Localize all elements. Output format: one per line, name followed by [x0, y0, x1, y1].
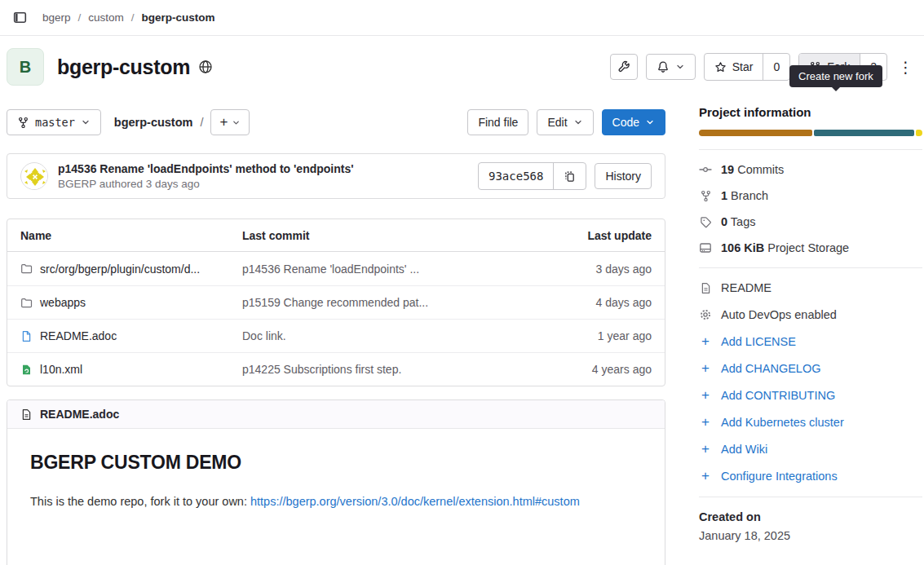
- sidebar-item-auto-devops[interactable]: Auto DevOps enabled: [699, 308, 922, 321]
- row-commit-link[interactable]: p14225 Subscriptions first step.: [242, 363, 546, 376]
- notifications-button[interactable]: [646, 54, 696, 80]
- chevron-down-icon: [81, 117, 91, 127]
- file-link[interactable]: l10n.xml: [20, 363, 242, 376]
- sidebar-item-readme[interactable]: README: [699, 281, 922, 294]
- code-button[interactable]: Code: [602, 109, 665, 135]
- bell-icon: [657, 60, 670, 73]
- created-on-value: January 18, 2025: [699, 529, 922, 542]
- column-header-last-update: Last update: [546, 229, 652, 242]
- language-segment: [814, 130, 914, 136]
- row-last-update: 4 years ago: [546, 363, 652, 376]
- language-segment: [699, 130, 812, 136]
- plus-icon: +: [699, 417, 712, 428]
- project-avatar: B: [7, 48, 44, 86]
- add-file-button[interactable]: +: [210, 109, 250, 135]
- wrench-icon: [617, 60, 630, 73]
- sidebar-link-add-changelog[interactable]: + Add CHANGELOG: [699, 362, 922, 375]
- table-row[interactable]: README.adoc Doc link. 1 year ago: [7, 319, 665, 352]
- commits-stat[interactable]: 19 Commits: [699, 163, 922, 176]
- commit-author-avatar[interactable]: [20, 162, 48, 190]
- folder-icon: [20, 297, 33, 309]
- more-actions-button[interactable]: ⋮: [895, 60, 916, 75]
- language-segment: [916, 130, 922, 136]
- branch-icon: [17, 117, 29, 129]
- row-commit-link[interactable]: p14536 Rename 'loadEndpoints' ...: [242, 263, 546, 276]
- file-link[interactable]: src/org/bgerp/plugin/custom/d...: [20, 263, 242, 276]
- star-label: Star: [732, 60, 754, 73]
- folder-icon: [20, 263, 33, 275]
- sidebar-toggle-button[interactable]: [8, 7, 31, 29]
- row-last-update: 3 days ago: [546, 263, 652, 276]
- plus-icon: +: [219, 117, 228, 128]
- readme-body: BGERP CUSTOM DEMO This is the demo repo,…: [7, 429, 665, 531]
- chevron-down-icon: [645, 117, 655, 127]
- file-link[interactable]: README.adoc: [20, 329, 242, 342]
- plus-icon: +: [699, 336, 712, 347]
- plus-icon: +: [699, 444, 712, 455]
- repo-main-column: master bgerp-custom / + Find file Edit: [7, 97, 665, 565]
- star-count[interactable]: 0: [763, 54, 789, 80]
- commit-meta: BGERP authored 3 days ago: [58, 178, 354, 190]
- chevron-down-icon: [232, 118, 241, 127]
- table-row[interactable]: webapps p15159 Change recommended pat...…: [7, 285, 665, 319]
- storage-stat[interactable]: 106 KiB Project Storage: [699, 241, 922, 254]
- last-commit-box: p14536 Rename 'loadEndpoints' method to …: [7, 153, 665, 199]
- readme-text: This is the demo repo, fork it to your o…: [30, 495, 250, 508]
- chevron-down-icon: [675, 62, 685, 72]
- breadcrumb-separator: /: [78, 11, 82, 24]
- copy-sha-button[interactable]: [553, 163, 586, 189]
- breadcrumb: bgerp / custom / bgerp-custom: [42, 11, 215, 24]
- project-info-sidebar: Project information 19 Commits: [699, 97, 922, 542]
- disk-icon: [699, 241, 712, 254]
- plus-icon: +: [699, 363, 712, 374]
- tags-stat[interactable]: 0 Tags: [699, 215, 922, 228]
- history-button[interactable]: History: [595, 163, 652, 189]
- commit-message[interactable]: p14536 Rename 'loadEndpoints' method to …: [58, 162, 354, 175]
- readme-card: README.adoc BGERP CUSTOM DEMO This is th…: [7, 399, 665, 565]
- readme-card-header[interactable]: README.adoc: [7, 400, 665, 429]
- plus-icon: +: [699, 390, 712, 401]
- admin-wrench-button[interactable]: [610, 54, 638, 80]
- repo-path[interactable]: bgerp-custom: [114, 116, 193, 129]
- branch-name: master: [35, 116, 75, 129]
- content-layout: master bgerp-custom / + Find file Edit: [0, 97, 924, 565]
- xml-file-icon: [20, 364, 33, 376]
- star-button[interactable]: Star: [705, 54, 763, 80]
- table-row[interactable]: l10n.xml p14225 Subscriptions first step…: [7, 352, 665, 386]
- find-file-button[interactable]: Find file: [467, 109, 528, 135]
- file-tree-table: Name Last commit Last update src/org/bge…: [7, 218, 665, 386]
- breadcrumb-item-subgroup[interactable]: custom: [88, 11, 124, 24]
- project-info-title: Project information: [699, 105, 922, 119]
- breadcrumb-item-current[interactable]: bgerp-custom: [142, 11, 215, 24]
- breadcrumb-item-group[interactable]: bgerp: [42, 11, 71, 24]
- sidebar-link-configure-integrations[interactable]: + Configure Integrations: [699, 470, 922, 483]
- row-last-update: 1 year ago: [546, 329, 652, 342]
- divider: [699, 267, 922, 268]
- chevron-down-icon: [573, 117, 583, 127]
- branch-selector[interactable]: master: [7, 109, 101, 135]
- language-bar[interactable]: [699, 130, 922, 136]
- branches-stat[interactable]: 1 Branch: [699, 189, 922, 202]
- project-header: B bgerp-custom: [0, 36, 924, 97]
- sidebar-link-add-kubernetes[interactable]: + Add Kubernetes cluster: [699, 416, 922, 429]
- branch-icon: [699, 190, 712, 202]
- path-separator: /: [200, 116, 203, 129]
- row-commit-link[interactable]: Doc link.: [242, 329, 546, 342]
- edit-button[interactable]: Edit: [537, 109, 593, 135]
- sidebar-link-add-contributing[interactable]: + Add CONTRIBUTING: [699, 389, 922, 402]
- column-header-last-commit: Last commit: [242, 229, 546, 242]
- plus-icon: +: [699, 470, 712, 482]
- row-commit-link[interactable]: p15159 Change recommended pat...: [242, 296, 546, 309]
- file-table-header: Name Last commit Last update: [7, 219, 665, 252]
- tree-toolbar: master bgerp-custom / + Find file Edit: [7, 109, 665, 135]
- copy-icon: [564, 170, 576, 183]
- edit-label: Edit: [547, 116, 567, 129]
- file-link[interactable]: webapps: [20, 296, 242, 309]
- sidebar-link-add-license[interactable]: + Add LICENSE: [699, 335, 922, 348]
- row-last-update: 4 days ago: [546, 296, 652, 309]
- readme-link[interactable]: https://bgerp.org/version/3.0/doc/kernel…: [250, 495, 580, 508]
- breadcrumb-separator: /: [131, 11, 135, 24]
- table-row[interactable]: src/org/bgerp/plugin/custom/d... p14536 …: [7, 252, 665, 285]
- tag-icon: [699, 216, 712, 228]
- sidebar-link-add-wiki[interactable]: + Add Wiki: [699, 443, 922, 456]
